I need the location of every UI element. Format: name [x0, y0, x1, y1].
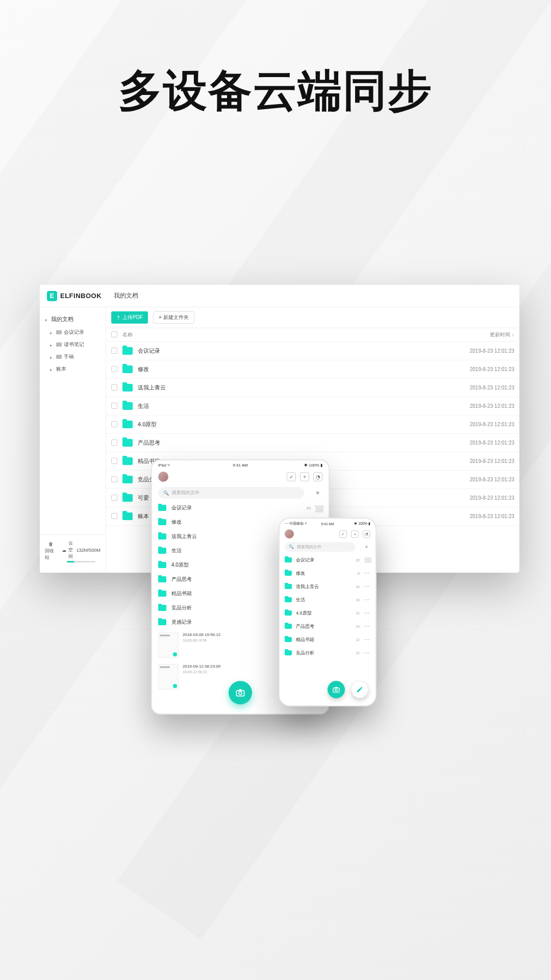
doc-title: 2019-09-12 08:23:09: [183, 664, 220, 669]
row-name: 修改: [138, 365, 448, 373]
list-item[interactable]: 4.0原型 15 ⋯: [285, 606, 370, 620]
edit-fab[interactable]: [351, 681, 368, 698]
col-updated[interactable]: 更新时间 ↓: [448, 331, 514, 338]
row-time: 2019-8-23 12:01:23: [448, 495, 514, 501]
row-checkbox[interactable]: [111, 495, 119, 502]
table-row[interactable]: 修改 2019-8-23 12:01:23: [106, 360, 519, 379]
check-button[interactable]: ✓: [287, 472, 296, 481]
folder-icon: [122, 421, 133, 428]
pencil-icon: [356, 686, 363, 693]
folder-icon: [158, 533, 166, 540]
select-all-checkbox[interactable]: [111, 331, 119, 338]
search-input[interactable]: 🔍 搜索我的文件: [158, 487, 304, 499]
desktop-sidebar: 我的文档 会议记录 读书笔记 手稿 账本 🗑 回收站 ☁ 云空间 132M/50…: [40, 307, 106, 573]
more-icon[interactable]: ⋯: [364, 570, 370, 577]
list-item[interactable]: 精品书籍 12 ⋯: [285, 633, 370, 646]
plus-icon: ＋: [353, 531, 357, 537]
check-icon: ✓: [341, 532, 345, 536]
row-time: 2019-8-23 12:01:23: [448, 348, 514, 354]
sidebar-item[interactable]: 手稿: [40, 351, 106, 363]
more-icon[interactable]: ⋯: [364, 623, 370, 630]
more-icon[interactable]: ⋯: [364, 649, 370, 656]
more-icon[interactable]: ⋯: [364, 609, 370, 617]
search-icon: 🔍: [289, 545, 294, 549]
list-item[interactable]: 生活 18 ⋯: [285, 593, 370, 606]
folder-icon: [122, 384, 133, 391]
hero-title: 多设备云端同步: [0, 61, 551, 121]
table-row[interactable]: 会议记录 2019-8-23 12:01:23: [106, 342, 519, 360]
sidebar-root[interactable]: 我的文档: [40, 312, 106, 326]
menu-button[interactable]: ≡: [313, 488, 322, 498]
folder-icon: [56, 342, 62, 347]
folder-icon: [158, 605, 166, 611]
row-checkbox[interactable]: [111, 384, 119, 391]
history-button[interactable]: ◔: [363, 530, 370, 538]
row-checkbox[interactable]: [111, 458, 119, 465]
check-button[interactable]: ✓: [339, 530, 347, 538]
search-input[interactable]: 🔍 搜索我的文件: [285, 542, 356, 552]
new-folder-button[interactable]: + 新建文件夹: [153, 311, 194, 324]
list-item[interactable]: 会议记录 20 ⋯: [285, 553, 370, 567]
col-name[interactable]: 名称: [119, 331, 448, 338]
avatar[interactable]: [158, 472, 168, 482]
table-row[interactable]: 生活 2019-8-23 12:01:23: [106, 397, 519, 415]
synced-icon: [173, 684, 177, 688]
row-time: 2019-8-23 12:01:23: [448, 458, 514, 464]
row-time: 2019-8-23 12:01:23: [448, 440, 514, 446]
menu-icon: ≡: [365, 545, 368, 549]
item-name: 精品书籍: [296, 636, 356, 643]
upload-pdf-button[interactable]: ⇡ 上传PDF: [111, 311, 148, 324]
row-checkbox[interactable]: [111, 513, 119, 520]
row-time: 2019-8-23 12:01:23: [448, 366, 514, 372]
menu-button[interactable]: ≡: [363, 543, 370, 551]
folder-icon: [122, 457, 133, 465]
svg-point-1: [239, 692, 242, 695]
row-checkbox[interactable]: [111, 421, 119, 428]
add-button[interactable]: ＋: [300, 472, 309, 481]
item-name: 会议记录: [171, 504, 306, 511]
camera-fab[interactable]: [229, 681, 252, 704]
plus-icon: ＋: [302, 473, 307, 480]
history-button[interactable]: ◔: [313, 472, 322, 481]
list-item[interactable]: 会议记录 20 ⋯: [158, 501, 322, 515]
table-row[interactable]: 产品思考 2019-8-23 12:01:23: [106, 434, 519, 452]
item-count: 12: [356, 638, 360, 642]
list-item[interactable]: 修改 8 ⋯: [285, 567, 370, 580]
list-item[interactable]: 竞品分析 15 ⋯: [285, 646, 370, 659]
sidebar-item[interactable]: 账本: [40, 363, 106, 375]
sidebar-item[interactable]: 会议记录: [40, 326, 106, 338]
folder-icon: [158, 519, 166, 525]
row-checkbox[interactable]: [111, 403, 119, 410]
doc-thumbnail: ▩▩▩▩▩: [158, 664, 179, 690]
list-item[interactable]: 产品思考 15 ⋯: [285, 620, 370, 633]
folder-icon: [122, 512, 133, 520]
more-icon[interactable]: ⋯: [364, 583, 370, 590]
add-button[interactable]: ＋: [351, 530, 359, 538]
row-checkbox[interactable]: [111, 348, 119, 355]
folder-icon: [122, 402, 133, 410]
camera-fab[interactable]: [328, 681, 345, 698]
brand-name: ELFINBOOK: [60, 292, 102, 300]
avatar[interactable]: [285, 529, 294, 538]
more-icon[interactable]: ⋯: [364, 596, 370, 603]
table-row[interactable]: 4.0原型 2019-8-23 12:01:23: [106, 415, 519, 434]
cloud-storage[interactable]: ☁ 云空间 132M/500M: [62, 540, 101, 562]
folder-icon: [158, 548, 166, 554]
svg-point-3: [335, 689, 338, 691]
trash-button[interactable]: 🗑 回收站: [45, 542, 57, 561]
row-checkbox[interactable]: [111, 476, 119, 483]
more-icon[interactable]: ⋯: [364, 636, 370, 643]
row-checkbox[interactable]: [111, 439, 119, 447]
row-name: 送我上青云: [138, 384, 448, 391]
doc-subtitle: 18-03-08 19:56: [183, 639, 220, 642]
folder-icon: [158, 619, 166, 625]
list-item[interactable]: 送我上青云 16 ⋯: [285, 580, 370, 593]
table-row[interactable]: 送我上青云 2019-8-23 12:01:23: [106, 379, 519, 397]
sidebar-item[interactable]: 读书笔记: [40, 338, 106, 351]
folder-icon: [158, 562, 166, 568]
folder-icon: [122, 347, 133, 355]
row-checkbox[interactable]: [111, 366, 119, 373]
row-name: 生活: [138, 402, 448, 410]
folder-icon: [122, 365, 133, 373]
trash-icon: 🗑: [48, 542, 53, 547]
